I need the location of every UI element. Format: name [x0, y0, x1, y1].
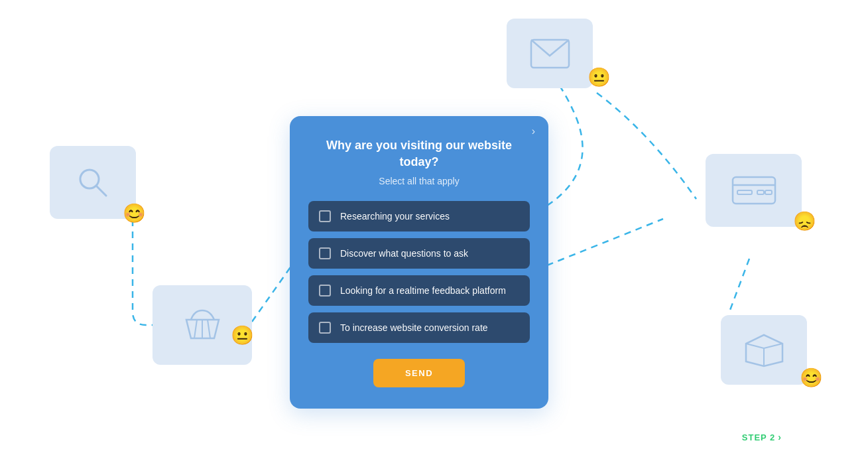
survey-question: Why are you visiting our website today?	[308, 137, 530, 170]
emoji-happy-box: 😊	[800, 369, 823, 387]
option-label-1: Researching your services	[340, 211, 450, 222]
option-label-4: To increase website conversion rate	[340, 322, 488, 333]
svg-line-12	[746, 344, 764, 348]
emoji-sad-red: 😞	[793, 212, 816, 231]
svg-rect-10	[765, 190, 772, 194]
checkbox-4[interactable]	[319, 322, 331, 334]
step-text: STEP 2	[742, 432, 776, 442]
option-row-2[interactable]: Discover what questions to ask	[308, 238, 530, 269]
email-icon-card	[507, 19, 593, 88]
basket-icon	[181, 305, 224, 345]
step-label: STEP 2 ›	[742, 432, 782, 442]
svg-point-0	[80, 170, 99, 188]
scene: .dashed { fill: none; stroke: #3ab5e8; s…	[0, 0, 868, 461]
option-label-2: Discover what questions to ask	[340, 248, 468, 259]
box-icon	[743, 332, 786, 368]
creditcard-icon-card	[706, 154, 802, 227]
creditcard-icon	[731, 173, 777, 208]
emoji-happy-green: 😊	[123, 204, 146, 223]
checkbox-2[interactable]	[319, 247, 331, 259]
emoji-neutral-orange: 😐	[231, 326, 254, 345]
svg-rect-9	[757, 190, 764, 194]
svg-line-4	[208, 320, 210, 338]
search-icon	[73, 163, 113, 202]
step-arrow-icon: ›	[778, 432, 782, 442]
email-icon	[528, 37, 572, 70]
chevron-icon: ›	[532, 125, 535, 137]
option-row-1[interactable]: Researching your services	[308, 201, 530, 231]
survey-subtitle: Select all that apply	[308, 176, 530, 186]
survey-card: › Why are you visiting our website today…	[290, 116, 548, 409]
checkbox-1[interactable]	[319, 210, 331, 222]
option-row-3[interactable]: Looking for a realtime feedback platform	[308, 275, 530, 306]
option-row-4[interactable]: To increase website conversion rate	[308, 312, 530, 343]
svg-line-13	[764, 344, 782, 348]
option-label-3: Looking for a realtime feedback platform	[340, 285, 506, 296]
box-icon-card	[721, 315, 807, 385]
svg-rect-8	[737, 190, 752, 194]
send-button[interactable]: SEND	[373, 359, 465, 387]
svg-line-1	[97, 186, 106, 196]
emoji-neutral-email: 😐	[588, 68, 611, 87]
svg-line-2	[194, 320, 197, 338]
checkbox-3[interactable]	[319, 285, 331, 296]
